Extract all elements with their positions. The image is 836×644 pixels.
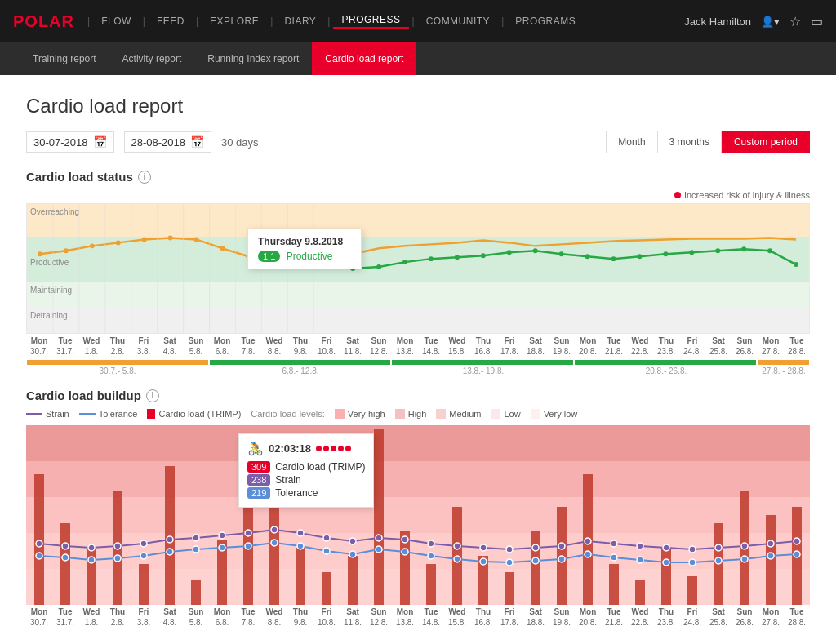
svg-point-21 bbox=[585, 254, 590, 259]
nav-item-community[interactable]: COMMUNITY bbox=[418, 16, 499, 27]
svg-rect-70 bbox=[766, 515, 776, 605]
page-title: Cardio load report bbox=[26, 95, 810, 118]
svg-point-80 bbox=[245, 530, 251, 536]
weekly-label-5: 27.8. - 28.8. bbox=[758, 366, 810, 375]
bx-label-5: Sat4.8. bbox=[157, 606, 183, 628]
sub-nav-activity-report[interactable]: Activity report bbox=[109, 42, 195, 75]
x-label-16: Wed15.8. bbox=[444, 335, 470, 357]
nav-divider-4: | bbox=[270, 16, 273, 27]
svg-rect-57 bbox=[426, 564, 436, 605]
svg-point-101 bbox=[794, 538, 800, 544]
svg-point-7 bbox=[220, 246, 225, 251]
weekly-bar-4 bbox=[575, 360, 756, 365]
cardio-status-info-icon[interactable]: i bbox=[138, 171, 151, 184]
svg-point-106 bbox=[140, 553, 147, 559]
svg-point-107 bbox=[167, 549, 173, 555]
month-button[interactable]: Month bbox=[606, 131, 656, 153]
svg-rect-60 bbox=[505, 572, 514, 605]
cardio-load-row-label: Cardio load (TRIMP) bbox=[275, 461, 365, 473]
tolerance-line-icon bbox=[79, 413, 96, 415]
svg-rect-52 bbox=[296, 548, 305, 605]
date-controls: 30-07-2018 📅 28-08-2018 📅 30 days Month … bbox=[26, 131, 810, 153]
nav-item-progress[interactable]: PROGRESS bbox=[333, 14, 408, 29]
svg-point-112 bbox=[297, 543, 304, 549]
bike-icon: 🚴 bbox=[247, 441, 264, 456]
end-calendar-icon[interactable]: 📅 bbox=[190, 135, 204, 149]
tolerance-row: 219 Tolerance bbox=[247, 487, 365, 499]
bx-label-24: Thu23.8. bbox=[653, 606, 679, 628]
x-label-27: Sun26.8. bbox=[732, 335, 758, 357]
svg-point-85 bbox=[376, 535, 382, 541]
svg-point-123 bbox=[585, 551, 591, 557]
svg-point-89 bbox=[480, 544, 487, 551]
dot-4 bbox=[338, 446, 344, 451]
svg-point-100 bbox=[767, 540, 774, 547]
nav-divider-1: | bbox=[87, 16, 90, 27]
nav-item-explore[interactable]: EXPLORE bbox=[202, 16, 267, 27]
svg-point-103 bbox=[62, 554, 69, 561]
nav-item-programs[interactable]: PROGRAMS bbox=[507, 16, 584, 27]
sub-nav-running-index[interactable]: Running Index report bbox=[194, 42, 312, 75]
injury-dot bbox=[674, 192, 681, 198]
x-label-3: Thu2.8. bbox=[104, 335, 131, 357]
x-label-18: Fri17.8. bbox=[496, 335, 522, 357]
user-icon[interactable]: 👤▾ bbox=[761, 16, 780, 28]
legend-verylow: Very low bbox=[531, 409, 578, 419]
end-date-input[interactable]: 28-08-2018 📅 bbox=[124, 131, 212, 153]
high-icon bbox=[395, 409, 405, 419]
svg-point-76 bbox=[140, 540, 147, 547]
weekly-bar-3 bbox=[392, 360, 573, 365]
svg-point-114 bbox=[349, 551, 356, 557]
start-calendar-icon[interactable]: 📅 bbox=[93, 135, 107, 149]
sub-nav-cardio-load[interactable]: Cardio load report bbox=[312, 42, 416, 75]
veryhigh-label: Very high bbox=[348, 409, 385, 419]
x-label-13: Sun12.8. bbox=[366, 335, 392, 357]
svg-point-25 bbox=[689, 250, 694, 255]
x-label-0: Mon30.7. bbox=[26, 335, 52, 357]
svg-point-117 bbox=[428, 553, 434, 559]
nav-item-diary[interactable]: DIARY bbox=[276, 16, 324, 27]
svg-point-98 bbox=[715, 544, 722, 551]
svg-point-131 bbox=[794, 551, 800, 557]
svg-point-2 bbox=[90, 243, 95, 248]
star-icon[interactable]: ☆ bbox=[789, 14, 801, 29]
svg-point-126 bbox=[663, 559, 669, 566]
legend-tolerance: Tolerance bbox=[79, 409, 138, 419]
bx-label-6: Sun5.8. bbox=[183, 606, 209, 628]
x-label-9: Wed8.8. bbox=[261, 335, 287, 357]
svg-rect-46 bbox=[139, 564, 149, 605]
svg-point-29 bbox=[794, 262, 798, 267]
bx-label-14: Mon13.8. bbox=[392, 606, 418, 628]
weekly-bar-1 bbox=[27, 360, 208, 365]
end-date-value: 28-08-2018 bbox=[131, 136, 186, 149]
chat-icon[interactable]: ▭ bbox=[811, 14, 823, 29]
sub-nav-training-report[interactable]: Training report bbox=[20, 42, 109, 75]
svg-point-14 bbox=[402, 260, 407, 264]
low-icon bbox=[491, 409, 500, 419]
buildup-info-icon[interactable]: i bbox=[146, 389, 159, 402]
levels-label: Cardio load levels: bbox=[251, 409, 325, 419]
custom-period-button[interactable]: Custom period bbox=[722, 131, 810, 153]
dot-2 bbox=[323, 446, 329, 451]
svg-point-15 bbox=[429, 256, 434, 261]
x-label-23: Wed22.8. bbox=[627, 335, 653, 357]
tolerance-row-label: Tolerance bbox=[275, 487, 318, 499]
user-name: Jack Hamilton bbox=[684, 16, 751, 28]
cardio-load-row: 309 Cardio load (TRIMP) bbox=[247, 461, 365, 473]
cardio-load-buildup-section: Cardio load buildup i Strain Tolerance C… bbox=[26, 389, 810, 628]
svg-rect-55 bbox=[374, 429, 384, 605]
svg-rect-66 bbox=[661, 548, 671, 605]
svg-point-13 bbox=[376, 264, 381, 269]
bx-label-10: Thu9.8. bbox=[287, 606, 314, 628]
nav-divider-3: | bbox=[196, 16, 198, 27]
bx-label-1: Tue31.7. bbox=[52, 606, 78, 628]
svg-point-28 bbox=[767, 248, 772, 253]
legend-veryhigh: Very high bbox=[335, 409, 385, 419]
strain-line-icon bbox=[26, 413, 42, 415]
three-months-button[interactable]: 3 months bbox=[657, 131, 722, 153]
nav-item-flow[interactable]: FLOW bbox=[93, 16, 140, 27]
nav-item-feed[interactable]: FEED bbox=[149, 16, 193, 27]
start-date-input[interactable]: 30-07-2018 📅 bbox=[26, 131, 114, 153]
svg-point-99 bbox=[741, 543, 748, 549]
dot-5 bbox=[345, 446, 351, 451]
